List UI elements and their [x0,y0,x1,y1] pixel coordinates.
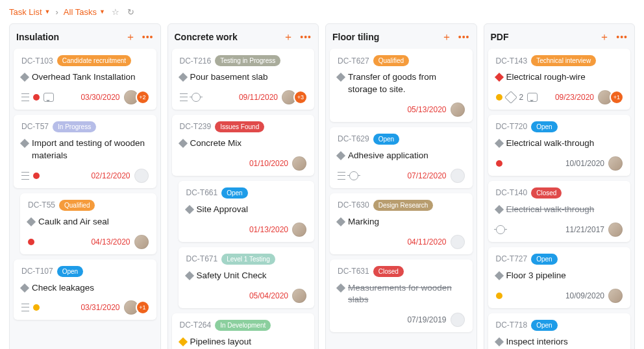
assignee-avatar[interactable] [282,90,296,104]
assignee-avatar[interactable] [451,235,465,249]
column: Insulation＋•••DC-T103Candidate recruitme… [9,23,161,349]
assignee-avatar[interactable] [134,235,149,249]
task-card[interactable]: DC-T671Level 1 TestingSafety Unit Check0… [179,247,315,308]
due-date: 01/13/2020 [249,225,288,234]
assignee-overflow[interactable]: +1 [137,302,149,313]
column-more-button[interactable]: ••• [458,32,470,42]
status-badge: In Development [215,320,271,331]
due-date: 09/23/2020 [555,93,594,102]
add-task-button[interactable]: ＋ [125,32,136,42]
status-badge: Open [531,320,557,331]
assignee-avatar[interactable] [598,90,612,104]
task-card[interactable]: DC-T55QualifiedCaulk and Air seal04/13/2… [20,193,156,254]
add-task-button[interactable]: ＋ [283,32,293,42]
column-title: Floor tiling [332,32,379,42]
assignee-avatar[interactable] [292,223,306,237]
assignee-overflow[interactable]: +2 [137,91,149,103]
task-icons [21,93,54,102]
task-card[interactable]: DC-T239Issues FoundConcrete Mix01/10/202… [172,115,315,176]
assignee-avatar[interactable] [292,289,306,303]
column-title: Insulation [16,32,59,42]
column-header: Floor tiling＋••• [330,28,473,43]
subtasks-icon [338,172,345,180]
assignee-avatar[interactable] [124,90,138,104]
assignee-avatar[interactable] [451,313,465,327]
task-card[interactable]: DC-T264In DevelopmentPipelines layout09/… [172,313,315,349]
due-date: 03/30/2020 [80,93,119,102]
task-card[interactable]: DC-T718OpenInspect interiors09/11/2020 [488,313,631,349]
task-title: Import and testing of wooden materials [32,138,149,162]
priority-icon [494,205,503,214]
assignee-overflow[interactable]: +1 [611,91,623,103]
priority-icon [184,205,193,214]
bug-icon [349,171,358,180]
assignee-avatar[interactable] [124,300,138,315]
column-more-button[interactable]: ••• [300,32,312,42]
column-header: Insulation＋••• [14,28,156,43]
assignee-avatar[interactable] [608,289,623,303]
priority-icon [494,337,503,346]
assignee-avatar[interactable] [451,102,465,117]
priority-icon [178,337,187,346]
task-id: DC-T727 [496,254,528,263]
assignee-avatar[interactable] [608,223,623,237]
task-id: DC-T55 [28,200,55,210]
assignee-avatar[interactable] [292,156,306,171]
priority-icon [27,217,36,226]
task-card[interactable]: DC-T627QualifiedTransfer of goods from s… [330,49,473,122]
add-task-button[interactable]: ＋ [599,32,610,42]
assignee-avatar[interactable] [451,169,465,183]
status-badge: Testing in Progress [215,55,280,66]
status-badge: Closed [373,266,404,277]
status-badge: Open [531,254,557,265]
flag-amber-icon [496,94,502,101]
status-badge: Candidate recruitment [57,55,131,66]
priority-icon [494,139,503,148]
task-card[interactable]: DC-T661OpenSite Approval01/13/2020 [179,181,315,242]
task-title: Transfer of goods from storage to site. [348,71,465,96]
status-badge: Level 1 Testing [221,254,275,265]
assignee-avatar[interactable] [608,156,623,171]
task-card[interactable]: DC-T631ClosedMeasurements for wooden sla… [330,259,473,333]
due-date: 07/12/2020 [407,171,446,180]
assignee-avatar[interactable] [134,169,149,183]
breadcrumb-current[interactable]: All Tasks▼ [64,7,105,17]
task-title: Inspect interiors [506,336,568,348]
task-icons [496,293,502,299]
column-title: PDF [491,32,509,42]
task-id: DC-T216 [180,56,212,66]
task-card[interactable]: DC-T630Design ResearchMarking04/11/2020 [330,193,473,254]
task-card[interactable]: DC-T216Testing in ProgressPour basement … [172,49,315,110]
task-title: Adhesive application [348,150,428,162]
task-title: Electrical walk-through [506,138,595,150]
subtasks-icon [21,172,29,180]
task-card[interactable]: DC-T103Candidate recruitmentOverhead Tan… [14,49,156,110]
add-task-button[interactable]: ＋ [441,32,452,42]
favorite-icon[interactable]: ☆ [110,6,121,17]
task-id: DC-T671 [186,254,218,263]
task-card[interactable]: DC-T720OpenElectrical walk-through10/01/… [488,115,631,176]
priority-icon [20,139,29,148]
due-date: 10/01/2020 [565,159,604,168]
task-card[interactable]: DC-T57In ProgressImport and testing of w… [14,115,156,188]
column-more-button[interactable]: ••• [616,32,628,42]
task-id: DC-T57 [21,122,49,131]
task-title: Electrical rough-wire [506,71,586,84]
task-card[interactable]: DC-T727OpenFloor 3 pipeline10/09/2020 [488,247,631,308]
task-card[interactable]: DC-T629OpenAdhesive application07/12/202… [330,127,473,188]
task-card[interactable]: DC-T143Technical interviewElectrical rou… [488,49,631,110]
bug-icon [192,93,201,102]
due-date: 10/09/2020 [565,291,604,300]
task-card[interactable]: DC-T140ClosedElectrical walk-through11/2… [488,181,631,242]
breadcrumb-root[interactable]: Task List▼ [9,7,51,17]
assignee-overflow[interactable]: +3 [295,91,306,103]
due-date: 09/11/2020 [239,93,278,102]
column-more-button[interactable]: ••• [142,32,154,42]
task-icons [338,171,358,180]
status-badge: Open [221,187,247,199]
flag-red-icon [33,173,40,179]
refresh-icon[interactable]: ↻ [126,6,136,17]
task-card[interactable]: DC-T107OpenCheck leakages03/31/2020+1 [14,259,156,320]
task-title: Electrical walk-through [506,204,595,216]
status-badge: Issues Found [215,121,264,132]
